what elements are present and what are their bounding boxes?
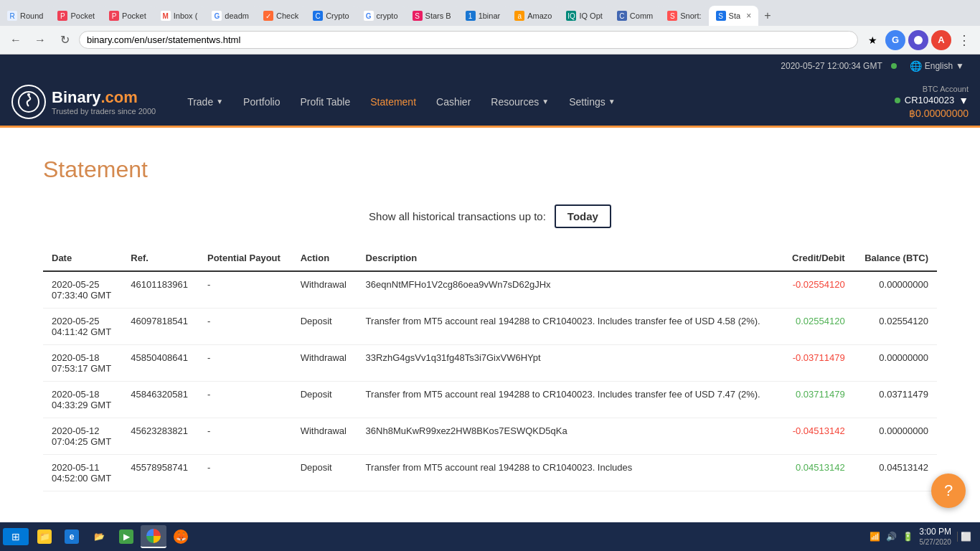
nav-profit-table[interactable]: Profit Table [291,90,359,113]
account-title: BTC Account [923,85,969,93]
account-area: BTC Account CR1040023 ▼ ฿0.00000000 [895,85,969,119]
cell-potential-payout: - [199,271,292,309]
language-button[interactable]: 🌐 English ▼ [905,59,969,73]
tab-pocket1[interactable]: P Pocket [50,6,102,26]
logo-tagline: Trusted by traders since 2000 [52,107,156,116]
cell-action: Deposit [292,309,357,345]
nav-statement[interactable]: Statement [362,90,425,113]
menu-dots-icon[interactable]: ⋮ [954,30,974,50]
bookmark-icon[interactable]: ★ [862,30,882,50]
col-balance: Balance (BTC) [854,245,937,271]
show-desktop-icon[interactable]: ⬜ [957,532,971,542]
table-row: 2020-05-1804:33:29 GMT 45846320581 - Dep… [43,382,937,418]
nav-resources[interactable]: Resources ▼ [482,90,557,113]
logo[interactable]: Binary.com Trusted by traders since 2000 [11,85,156,119]
filter-today-button[interactable]: Today [555,204,611,228]
sys-battery-icon: 🔋 [903,532,913,542]
tab-snort[interactable]: S Snort: [660,6,708,26]
cell-potential-payout: - [199,382,292,418]
taskbar-item-files[interactable]: 📂 [86,525,112,548]
language-label: English [925,61,953,71]
taskbar-item-firefox[interactable]: 🦊 [168,525,194,548]
refresh-button[interactable]: ↻ [55,30,75,50]
tab-close-sta[interactable]: × [746,11,751,21]
tab-gmail[interactable]: M Inbox ( [154,6,205,26]
taskbar: ⊞ 📁 e 📂 ▶ 🦊 📶 🔊 🔋 3:00 PM 5/27/2020 ⬜ [0,522,980,551]
tab-crypto[interactable]: C Crypto [306,6,356,26]
google-g-icon: G [885,30,905,50]
tab-sta[interactable]: S Sta × [709,6,759,26]
cell-action: Deposit [292,382,357,418]
nav-trade[interactable]: Trade ▼ [179,90,232,113]
tab-stars[interactable]: S Stars B [405,6,458,26]
tab-round[interactable]: R Round [0,6,50,26]
tab-check[interactable]: ✓ Check [256,6,306,26]
navbar: Binary.com Trusted by traders since 2000… [0,77,980,128]
page-title: Statement [43,156,937,183]
windows-logo-icon: ⊞ [11,531,20,542]
cell-balance: 0.03711479 [854,382,937,418]
tab-favicon-iqopt: IQ [566,11,576,21]
tab-label-comm: Comm [630,11,653,20]
filter-label: Show all historical transactions up to: [369,210,546,222]
nav-cashier[interactable]: Cashier [428,90,479,113]
new-tab-button[interactable]: + [758,6,776,26]
user-avatar[interactable]: A [931,30,951,50]
tab-favicon-round: R [7,11,17,21]
tab-favicon-crypto: C [313,11,323,21]
tab-favicon-google1: G [212,11,222,21]
cell-ref: 45578958741 [122,455,199,491]
logo-dotcom: .com [100,88,137,107]
extensions-icon[interactable] [908,30,928,50]
taskbar-play-icon: ▶ [119,529,133,544]
tab-label-google1: deadm [225,11,249,20]
tab-label-amazon: Amazo [527,11,552,20]
tab-favicon-pocket1: P [57,11,67,21]
cell-balance: 0.02554120 [854,309,937,345]
tab-binary[interactable]: 1 1binar [458,6,508,26]
status-online-dot [891,63,897,69]
start-button[interactable]: ⊞ [3,528,29,545]
col-credit-debit: Credit/Debit [781,245,854,271]
help-button[interactable]: ? [931,474,966,508]
tab-amazon[interactable]: a Amazo [507,6,559,26]
content-area: Statement Show all historical transactio… [0,128,980,551]
tab-google2[interactable]: G crypto [357,6,405,26]
table-row: 2020-05-2504:11:42 GMT 46097818541 - Dep… [43,309,937,345]
tab-favicon-google2: G [364,11,374,21]
logo-name: Binary [52,88,100,107]
col-ref: Ref. [122,245,199,271]
forward-button[interactable]: → [30,30,50,50]
cell-balance: 0.00000000 [854,271,937,309]
taskbar-item-explorer[interactable]: 📁 [32,525,57,548]
taskbar-item-chrome[interactable] [141,525,166,548]
cell-ref: 45850408641 [122,345,199,382]
tab-label-check: Check [276,11,298,20]
url-input[interactable] [79,31,858,49]
back-button[interactable]: ← [6,30,26,50]
tab-iqopt[interactable]: IQ IQ Opt [559,6,609,26]
cell-action: Withdrawal [292,418,357,455]
taskbar-item-ie[interactable]: e [59,525,85,548]
table-row: 2020-05-1104:52:00 GMT 45578958741 - Dep… [43,455,937,491]
cell-potential-payout: - [199,345,292,382]
taskbar-item-media[interactable]: ▶ [113,525,139,548]
tab-favicon-gmail: M [161,11,171,21]
nav-settings[interactable]: Settings ▼ [560,90,624,113]
cell-potential-payout: - [199,455,292,491]
taskbar-items: 📁 e 📂 ▶ 🦊 [32,525,864,548]
globe-icon: 🌐 [910,60,922,72]
language-chevron-icon: ▼ [956,61,964,71]
tab-pocket2[interactable]: P Pocket [102,6,154,26]
nav-portfolio[interactable]: Portfolio [235,90,288,113]
cell-action: Withdrawal [292,345,357,382]
cell-description: Transfer from MT5 account real 194288 to… [357,309,781,345]
tab-google1[interactable]: G deadm [204,6,256,26]
sys-volume-icon: 🔊 [886,532,897,542]
table-body: 2020-05-2507:33:40 GMT 46101183961 - Wit… [43,271,937,491]
filter-row: Show all historical transactions up to: … [43,204,937,228]
tab-comm[interactable]: C Comm [610,6,660,26]
account-dropdown-button[interactable]: ▼ [958,95,969,106]
cell-ref: 45623283821 [122,418,199,455]
tab-label-stars: Stars B [425,11,451,20]
